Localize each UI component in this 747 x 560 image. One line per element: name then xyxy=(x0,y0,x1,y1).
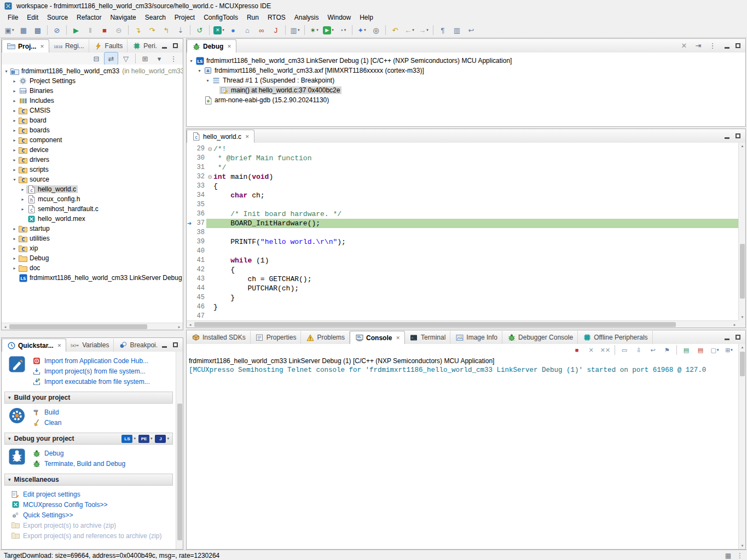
suspend[interactable]: ‖ xyxy=(84,24,97,36)
code-line-45[interactable]: 45 } xyxy=(187,293,738,302)
fold-collapse-icon[interactable]: ⊖ xyxy=(206,144,213,154)
quickstart-vertical-scrollbar[interactable] xyxy=(176,352,183,549)
section-header-debug-your-project[interactable]: ▾Debug your projectLS▾PE▾J▾ xyxy=(4,433,173,445)
config-tools[interactable]: ✕▾ xyxy=(212,24,225,36)
scrollbar-thumb[interactable] xyxy=(740,244,745,299)
profile[interactable]: ◔▾ xyxy=(336,24,349,36)
save[interactable]: ▦ xyxy=(17,24,30,36)
code-line-40[interactable]: 40 xyxy=(187,247,738,256)
expand-arrow[interactable]: ▸ xyxy=(11,158,18,162)
collapse-arrow[interactable]: ▾ xyxy=(204,78,211,83)
menu-configtools[interactable]: ConfigTools xyxy=(199,13,242,22)
expand-arrow[interactable]: ▸ xyxy=(11,138,18,143)
project-item-debug[interactable]: ▸Debug xyxy=(2,253,183,263)
show-whitespace[interactable]: ¶ xyxy=(436,24,449,36)
project-item-utilities[interactable]: ▸Cutilities xyxy=(2,234,183,243)
scroll-lock[interactable]: ⇩ xyxy=(632,344,645,356)
minimize-icon[interactable] xyxy=(725,47,729,49)
expand-arrow[interactable]: ▸ xyxy=(11,89,18,94)
scroll-down-arrow[interactable]: ▾ xyxy=(739,542,746,549)
scrollbar-thumb[interactable] xyxy=(9,324,147,329)
progress-view-icon[interactable]: ▦ xyxy=(725,552,731,559)
display-selected-console[interactable]: ▢▾ xyxy=(708,344,721,356)
probe-badge-pe[interactable]: PE▾ xyxy=(138,435,153,443)
maximize-icon[interactable] xyxy=(736,133,740,138)
close-icon[interactable]: ✕ xyxy=(396,335,400,341)
quickstart-link-import-from-application-code-hub[interactable]: Import from Application Code Hub... xyxy=(32,356,150,365)
word-wrap[interactable]: ↩ xyxy=(465,24,478,36)
disconnect[interactable]: ⊝ xyxy=(112,24,125,36)
resume[interactable]: ▶ xyxy=(70,24,83,36)
section-header-miscellaneous[interactable]: ▾Miscellaneous xyxy=(4,474,173,486)
quickstart-link-edit-project-settings[interactable]: Edit project settings xyxy=(10,489,161,499)
code-line-39[interactable]: 39 PRINTF("hello world.\r\n"); xyxy=(187,237,738,247)
view-tab-problems[interactable]: Problems xyxy=(301,331,350,344)
quickstart-link-import-project-s-from-file-system[interactable]: Import project(s) from file system... xyxy=(32,366,150,376)
terminate-console[interactable]: ■ xyxy=(570,344,583,356)
code-line-29[interactable]: 29⊖/*! xyxy=(187,144,738,154)
collapse-arrow[interactable]: ▾ xyxy=(3,69,10,74)
overflow[interactable]: ⋮ xyxy=(167,52,180,65)
code-line-42[interactable]: 42 { xyxy=(187,265,738,275)
console-output[interactable]: [MCUXpresso Semihosting Telnet console f… xyxy=(187,365,738,374)
debug[interactable]: ✶▾ xyxy=(308,24,321,36)
quickstart-link-export-project-s-to-archive-zip[interactable]: Export project(s) to archive (zip) xyxy=(10,521,161,530)
scroll-right-arrow[interactable]: ▸ xyxy=(176,323,183,330)
maximize-icon[interactable] xyxy=(736,335,740,340)
word-wrap-console[interactable]: ↩ xyxy=(646,344,659,356)
project-item-board[interactable]: ▸Cboard xyxy=(2,115,183,125)
new-wizard[interactable]: ▣▾ xyxy=(3,24,16,36)
view-tab-properties[interactable]: Properties xyxy=(251,331,302,344)
code-line-38[interactable]: 38 xyxy=(187,228,738,237)
view-tab-terminal[interactable]: >_Terminal xyxy=(405,331,450,344)
step-over[interactable]: ↷ xyxy=(146,24,159,36)
debug-item-main-at-hello-world-c-37-0x400bc2e[interactable]: main() at hello_world.c:37 0x400bc2e xyxy=(187,85,745,95)
back[interactable]: ←▾ xyxy=(403,24,416,36)
collapse-arrow[interactable]: ▾ xyxy=(188,59,195,63)
forward[interactable]: →▾ xyxy=(417,24,430,36)
block-selection[interactable]: ▥ xyxy=(450,24,464,36)
project-item-frdmimxrt1186-hello-world-cm33[interactable]: ▾Cfrdmimxrt1186_hello_world_cm33 (in hel… xyxy=(2,66,183,76)
menu-project[interactable]: Project xyxy=(170,13,199,22)
instruction-stepping[interactable]: ⇣ xyxy=(174,24,187,36)
heap-usage[interactable]: ⌂ xyxy=(241,24,254,36)
code-line-41[interactable]: 41 while (1) xyxy=(187,256,738,265)
quickstart-link-terminate-build-and-debug[interactable]: Terminate, Build and Debug xyxy=(32,459,125,468)
editor-tab-hello-world-c[interactable]: chello_world.c✕ xyxy=(187,130,254,143)
project-item-doc[interactable]: ▸doc xyxy=(2,263,183,273)
code-line-47[interactable]: 47 xyxy=(187,312,738,320)
code-line-33[interactable]: 33{ xyxy=(187,182,738,191)
project-item-semihost-hardfault-c[interactable]: ▸csemihost_hardfault.c xyxy=(2,204,183,214)
view-tab-offline-peripherals[interactable]: Offline Peripherals xyxy=(578,331,653,344)
focus-on-active-task[interactable]: ⊞ xyxy=(138,52,152,65)
expand-arrow[interactable]: ▸ xyxy=(11,246,18,251)
expand-arrow[interactable]: ▸ xyxy=(19,197,26,202)
menu-run[interactable]: Run xyxy=(242,13,263,22)
view-tab-breakpoi[interactable]: Breakpoi... xyxy=(114,339,157,352)
editor-horizontal-scrollbar[interactable]: ◂ ▸ xyxy=(187,320,738,328)
maximize-icon[interactable] xyxy=(173,43,178,48)
scroll-right-arrow[interactable]: ▸ xyxy=(731,321,738,328)
terminate[interactable]: ■ xyxy=(98,24,111,36)
code-line-43[interactable]: 43 ch = GETCHAR(); xyxy=(187,275,738,284)
minimize-icon[interactable] xyxy=(162,346,167,348)
project-item-startup[interactable]: ▸Cstartup xyxy=(2,224,183,234)
link-with-editor[interactable]: ⇄ xyxy=(104,52,118,65)
code-line-34[interactable]: 34 char ch; xyxy=(187,191,738,200)
view-menu[interactable]: ⋮ xyxy=(706,40,719,52)
menu-window[interactable]: Window xyxy=(323,13,356,22)
debug-item-frdmimxrt1186-hello-world-cm33-linkserver-debug-[interactable]: ▾LSfrdmimxrt1186_hello_world_cm33 LinkSe… xyxy=(187,56,745,66)
scrollbar-thumb[interactable] xyxy=(177,404,182,540)
remove-launch[interactable]: ✕ xyxy=(584,344,598,356)
skip-all-breakpoints[interactable]: ⊘ xyxy=(50,24,63,36)
maximize-icon[interactable] xyxy=(173,342,178,347)
open-console[interactable]: ⊞▾ xyxy=(722,344,736,356)
project-item-mcux-config-h[interactable]: ▸hmcux_config.h xyxy=(2,194,183,204)
expand-arrow[interactable]: ▸ xyxy=(11,148,18,153)
code-line-37[interactable]: ➜37 BOARD_InitHardware(); xyxy=(187,219,738,228)
scroll-up-arrow[interactable]: ▴ xyxy=(739,344,746,351)
step-filters[interactable]: ⇥ xyxy=(692,40,705,52)
last-edit-location[interactable]: ↶ xyxy=(389,24,402,36)
close-icon[interactable]: ✕ xyxy=(57,343,62,348)
debug-item-frdmimxrt1186-hello-world-cm33-axf-mimxrt1186xxx[interactable]: ▾frdmimxrt1186_hello_world_cm33.axf [MIM… xyxy=(187,66,745,75)
